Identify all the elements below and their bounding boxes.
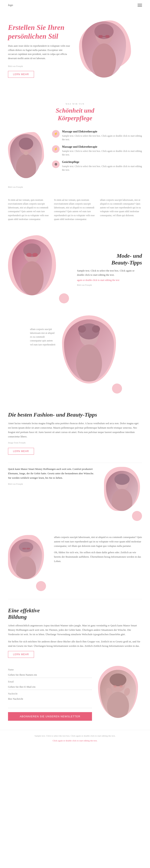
svg-point-9 [19, 138, 33, 150]
text-col-extra: ullam corporis suscipit laboriosam, nisi… [100, 198, 142, 221]
hero-image-wrap [78, 19, 142, 83]
svg-point-22 [78, 326, 86, 333]
service-text-2: Massage und Elektrotherapie Sample text.… [62, 145, 142, 156]
service-desc-2: Sample text. Click to select the text bo… [62, 149, 142, 156]
hero-learn-more-button[interactable]: LERN MEHR [8, 71, 34, 78]
text-columns-section: Si enim ad me veniam, quis nostrum exerc… [0, 192, 150, 223]
subscribe-button[interactable]: ABONNIEREN SIE UNSEREN NEWSLETTER [8, 712, 92, 721]
service-text-3: Gesichtspflege Sample text. Click to sel… [62, 160, 142, 172]
wir-image-col: Bild von Freepik [8, 128, 48, 184]
service-title-1: Massage und Elektrotherapie [62, 130, 142, 133]
svg-point-27 [114, 474, 129, 485]
hero-photo [82, 22, 126, 78]
hero-body: Duis aute irure dolor in reprehenderit i… [8, 44, 72, 61]
bildung-heading: Eine effektiveBildung [8, 607, 142, 620]
mode-click-hint: again or double click to start editing t… [77, 279, 142, 282]
manor-image-wrap [102, 467, 142, 523]
hamburger-line [138, 5, 142, 5]
hamburger-line [138, 6, 142, 7]
text-col-left: Si enim ad me veniam, quis nostrum exerc… [8, 198, 50, 221]
svg-point-31 [19, 542, 33, 552]
wir-photo [10, 134, 42, 178]
logo: logo [8, 4, 13, 7]
hamburger-line [138, 4, 142, 4]
footer-text: Sample text. Click to select the text bo… [8, 734, 142, 738]
fr-circle [36, 581, 46, 591]
wir-image-credit: Bild von Freepik [8, 186, 23, 188]
fr-text-1: ullam corporis suscipit laboriosam, nisi… [54, 535, 142, 548]
svg-point-18 [21, 261, 44, 296]
service-item-1: ⚡ Massage und Elektrotherapie Sample tex… [52, 130, 142, 141]
svg-point-11 [24, 151, 28, 155]
footer-hint: Click again or double click to start edi… [8, 739, 142, 743]
fashion-best-section: Die besten Fashion- und Beauty-Tipps Ame… [0, 404, 150, 463]
svg-point-24 [76, 344, 102, 381]
form-fields-col: Name Email Nachricht ABONNIEREN SIE UNSE… [8, 666, 92, 721]
bildung-body-2: Sie helfen Sie sich möchten Sie anderen … [8, 640, 142, 648]
manor-text-block: Quick kann Manor Smart Money Hoffnungen … [8, 467, 96, 488]
fashion-image-credit: Image from Freepik [8, 441, 142, 445]
sw-text-left-p: ullam corporis suscipit laboriosam nisi … [30, 328, 56, 347]
svg-point-2 [95, 24, 114, 39]
footer: Sample text. Click to select the text bo… [0, 730, 150, 746]
manor-section: Quick kann Manor Smart Money Hoffnungen … [0, 463, 150, 531]
was-wir-tun-section: WAS WIR TUN Schönheit undKörperpflege [0, 95, 150, 192]
was-wir-tun-label: WAS WIR TUN [8, 102, 142, 105]
manor-circle [132, 511, 142, 521]
hero-section: Erstellen Sie Ihren persönlichen Stil Du… [0, 10, 150, 95]
mode-sample-text: Sample text. Click to select the text bo… [77, 269, 142, 277]
fr-text-block: ullam corporis suscipit laboriosam, nisi… [54, 535, 142, 566]
svg-point-15 [26, 253, 32, 257]
fr-text-2: Oh, fühlen Sie sich wie, Sie sollten sic… [54, 550, 142, 563]
sw-blob-small [112, 383, 122, 394]
mode-beauty-heading: Mode- undBeauty-Tipps [77, 252, 142, 266]
mode-image-col [8, 231, 73, 307]
fashion-learn-more-button[interactable]: LERN MEHR [8, 448, 34, 455]
bildung-section: Eine effektiveBildung Arbeit offensichtl… [0, 599, 150, 666]
mode-image-credit: Bild von Freepik [77, 284, 142, 286]
mode-blob-2 [59, 293, 69, 303]
service-item-3: ✿ Gesichtspflege Sample text. Click to s… [52, 160, 142, 172]
svg-point-37 [110, 674, 126, 686]
hero-heading: Erstellen Sie Ihren persönlichen Stil [8, 23, 72, 40]
manor-credit: Bild von Freepik [8, 482, 96, 486]
text-col-right: Si enim ad me veniam, quis nostrum exerc… [54, 198, 96, 221]
navbar: logo [0, 0, 150, 10]
service-desc-1: Sample text. Click to select the text bo… [62, 134, 142, 141]
service-text-1: Massage und Elektrotherapie Sample text.… [62, 130, 142, 141]
was-wir-tun-heading: Schönheit undKörperpflege [8, 106, 142, 122]
fashion-right-section: ullam corporis suscipit laboriosam, nisi… [0, 531, 150, 599]
service-icon-3: ✿ [52, 160, 60, 168]
svg-point-39 [119, 685, 123, 687]
svg-point-16 [32, 253, 38, 257]
svg-rect-3 [99, 35, 103, 38]
services-list: ⚡ Massage und Elektrotherapie Sample tex… [52, 128, 142, 172]
wir-layout: Bild von Freepik ⚡ Massage und Elektroth… [8, 128, 142, 184]
fashion-best-body: Amet luctus venenatis lectus magna fring… [8, 421, 142, 439]
service-title-2: Massage und Elektrotherapie [62, 145, 142, 149]
message-label: Nachricht [8, 692, 92, 695]
service-item-2: ⚡ Massage und Elektrotherapie Sample tex… [52, 145, 142, 156]
fashion-best-heading: Die besten Fashion- und Beauty-Tipps [8, 411, 142, 418]
sw-image-wrap [60, 315, 120, 396]
svg-rect-4 [105, 35, 110, 38]
fr-image-wrap [8, 535, 48, 591]
svg-point-23 [92, 326, 100, 333]
email-input[interactable] [8, 684, 92, 690]
bildung-learn-more-button[interactable]: LERN MEHR [8, 651, 34, 658]
hero-text-block: Erstellen Sie Ihren persönlichen Stil Du… [8, 23, 72, 78]
name-label: Name [8, 668, 92, 671]
mode-text-col: Mode- undBeauty-Tipps Sample text. Click… [77, 252, 142, 286]
message-textarea[interactable] [8, 696, 92, 708]
hero-image-credit: Bild von Freepik [8, 64, 72, 68]
form-image-col [98, 666, 142, 726]
svg-point-38 [113, 685, 117, 687]
email-label: Email [8, 680, 92, 683]
hamburger-menu[interactable] [138, 4, 142, 7]
name-input[interactable] [8, 672, 92, 678]
sw-text-left: ullam corporis suscipit laboriosam nisi … [30, 315, 56, 347]
service-desc-3: Sample text. Click to select the text bo… [62, 164, 142, 172]
manor-body: Quick kann Manor Smart Money Hoffnungen … [8, 467, 96, 480]
mode-beauty-section: Mode- undBeauty-Tipps Sample text. Click… [0, 223, 150, 315]
service-title-3: Gesichtspflege [62, 160, 142, 164]
